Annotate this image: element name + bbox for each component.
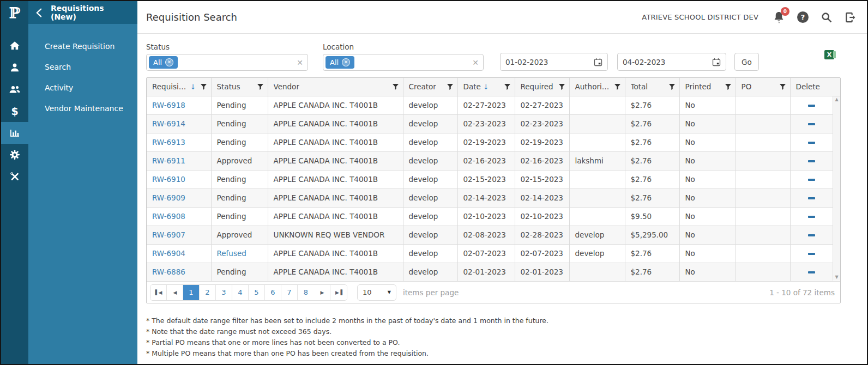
cell-delete[interactable]: [790, 188, 833, 207]
cell-id[interactable]: RW-6911: [147, 151, 211, 170]
rail-item-tools[interactable]: [1, 166, 28, 187]
first-page-button[interactable]: ▌◀: [150, 285, 167, 300]
delete-minus-icon[interactable]: [808, 234, 815, 236]
column-header-status[interactable]: Status: [211, 78, 268, 96]
filter-funnel-icon[interactable]: [669, 84, 675, 90]
excel-export-icon[interactable]: X: [824, 50, 834, 59]
requisition-link[interactable]: RW-6904: [147, 249, 211, 258]
delete-minus-icon[interactable]: [808, 142, 815, 144]
requisition-link[interactable]: RW-6910: [147, 175, 211, 184]
global-search-button[interactable]: [821, 11, 833, 23]
date-to-input[interactable]: 04-02-2023: [617, 53, 726, 71]
requisition-link[interactable]: RW-6911: [147, 156, 211, 165]
rail-item-user[interactable]: [1, 57, 28, 78]
go-button[interactable]: Go: [734, 53, 759, 71]
rail-item-home[interactable]: [1, 35, 28, 57]
delete-minus-icon[interactable]: [808, 179, 815, 181]
column-header-creator[interactable]: Creator: [403, 78, 457, 96]
page-button-7[interactable]: 7: [281, 285, 298, 300]
page-size-select[interactable]: 10 ▼: [357, 284, 396, 301]
filter-funnel-icon[interactable]: [725, 84, 731, 90]
cell-delete[interactable]: [790, 244, 833, 263]
help-button[interactable]: ?: [797, 11, 809, 23]
delete-minus-icon[interactable]: [808, 197, 815, 199]
requisition-link[interactable]: RW-6909: [147, 193, 211, 202]
cell-id[interactable]: RW-6904: [147, 244, 211, 263]
column-header-delete[interactable]: Delete: [790, 78, 833, 96]
rail-item-settings[interactable]: [1, 144, 28, 166]
calendar-icon[interactable]: [594, 58, 602, 66]
sidebar-item-search[interactable]: Search: [28, 57, 137, 77]
cell-id[interactable]: RW-6886: [147, 263, 211, 281]
column-header-requisiti[interactable]: Requisiti...↓: [147, 78, 211, 96]
delete-minus-icon[interactable]: [808, 253, 815, 255]
column-header-vendor[interactable]: Vendor: [268, 78, 403, 96]
cell-delete[interactable]: [790, 96, 833, 114]
filter-funnel-icon[interactable]: [447, 84, 453, 90]
delete-minus-icon[interactable]: [808, 271, 815, 273]
location-chip-remove-icon[interactable]: ✕: [342, 58, 350, 66]
notifications-button[interactable]: 0: [773, 11, 785, 23]
cell-delete[interactable]: [790, 226, 833, 244]
column-header-authorizer[interactable]: Authorizer: [569, 78, 625, 96]
status-multiselect[interactable]: All ✕ ✕: [146, 54, 308, 71]
page-button-5[interactable]: 5: [249, 285, 265, 300]
powerschool-logo[interactable]: ℙ: [1, 1, 28, 24]
cell-delete[interactable]: [790, 263, 833, 281]
cell-delete[interactable]: [790, 151, 833, 170]
rail-item-users[interactable]: [1, 78, 28, 100]
scroll-up-icon[interactable]: ▲: [835, 98, 838, 102]
cell-id[interactable]: RW-6913: [147, 133, 211, 151]
status-clear-icon[interactable]: ✕: [297, 58, 303, 67]
filter-funnel-icon[interactable]: [780, 84, 786, 90]
location-clear-icon[interactable]: ✕: [472, 58, 479, 67]
cell-id[interactable]: RW-6907: [147, 226, 211, 244]
next-page-button[interactable]: ▶: [314, 285, 330, 300]
page-button-3[interactable]: 3: [216, 285, 232, 300]
rail-item-finance[interactable]: $: [1, 100, 28, 122]
filter-funnel-icon[interactable]: [559, 84, 565, 90]
cell-id[interactable]: RW-6909: [147, 188, 211, 207]
requisition-link[interactable]: RW-6914: [147, 119, 211, 128]
column-header-total[interactable]: Total: [625, 78, 679, 96]
page-button-2[interactable]: 2: [200, 285, 216, 300]
requisition-link[interactable]: RW-6907: [147, 230, 211, 239]
cell-delete[interactable]: [790, 114, 833, 133]
status-chip-remove-icon[interactable]: ✕: [165, 58, 173, 66]
filter-funnel-icon[interactable]: [504, 84, 510, 90]
filter-funnel-icon[interactable]: [201, 84, 207, 90]
cell-id[interactable]: RW-6910: [147, 170, 211, 188]
column-header-date[interactable]: Date↓: [457, 78, 515, 96]
delete-minus-icon[interactable]: [808, 123, 815, 125]
delete-minus-icon[interactable]: [808, 216, 815, 218]
cell-delete[interactable]: [790, 170, 833, 188]
sidebar-back-header[interactable]: Requisitions (New): [28, 1, 137, 24]
logout-button[interactable]: [845, 11, 857, 23]
cell-id[interactable]: RW-6918: [147, 96, 211, 114]
cell-delete[interactable]: [790, 207, 833, 226]
delete-minus-icon[interactable]: [808, 105, 815, 107]
cell-id[interactable]: RW-6908: [147, 207, 211, 226]
requisition-link[interactable]: RW-6886: [147, 267, 211, 276]
scroll-down-icon[interactable]: ▼: [835, 275, 838, 279]
page-button-6[interactable]: 6: [265, 285, 281, 300]
prev-page-button[interactable]: ◀: [167, 285, 183, 300]
requisition-link[interactable]: RW-6913: [147, 138, 211, 147]
rail-item-reports[interactable]: [1, 122, 28, 144]
sidebar-item-create-requisition[interactable]: Create Requisition: [28, 36, 137, 57]
column-header-required[interactable]: Required: [515, 78, 569, 96]
sidebar-item-activity[interactable]: Activity: [28, 77, 137, 98]
delete-minus-icon[interactable]: [808, 160, 815, 162]
date-from-input[interactable]: 01-02-2023: [500, 53, 608, 71]
filter-funnel-icon[interactable]: [614, 84, 620, 90]
page-button-4[interactable]: 4: [232, 285, 249, 300]
filter-funnel-icon[interactable]: [257, 84, 263, 90]
requisition-link[interactable]: RW-6908: [147, 212, 211, 221]
page-button-1[interactable]: 1: [183, 285, 200, 300]
column-header-po[interactable]: PO: [736, 78, 790, 96]
last-page-button[interactable]: ▶▐: [330, 285, 347, 300]
page-button-8[interactable]: 8: [298, 285, 314, 300]
calendar-icon[interactable]: [712, 58, 721, 66]
vertical-scrollbar[interactable]: ▲ ▼: [833, 96, 840, 281]
column-header-printed[interactable]: Printed: [679, 78, 736, 96]
